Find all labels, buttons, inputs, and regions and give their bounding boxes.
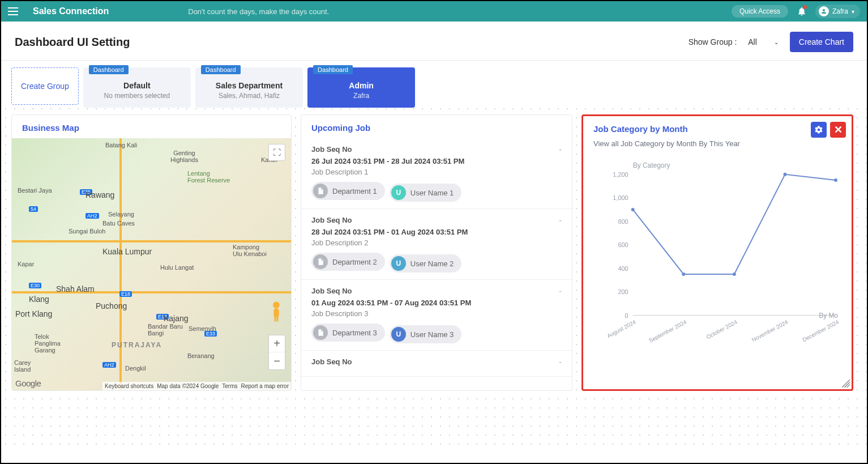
group-card[interactable]: DashboardAdminZafra bbox=[307, 67, 415, 108]
chevron-down-icon: ▾ bbox=[852, 8, 854, 15]
svg-text:By Mo: By Mo bbox=[819, 312, 838, 320]
user-menu[interactable]: Zafra ▾ bbox=[815, 5, 860, 18]
groups-row: Create Group DashboardDefaultNo members … bbox=[1, 61, 867, 108]
group-tag: Dashboard bbox=[201, 65, 241, 74]
show-group-value: All bbox=[748, 37, 757, 46]
svg-point-28 bbox=[783, 173, 786, 176]
panel-business-map: Business Map E35 54 AH2 E30 E18 E18 AH2 … bbox=[11, 114, 292, 391]
map-zoom-in-button[interactable]: + bbox=[269, 335, 285, 352]
user-chip[interactable]: UUser Name 1 bbox=[390, 184, 462, 202]
map-attribution: Keyboard shortcuts Map data ©2024 Google… bbox=[102, 382, 291, 390]
svg-rect-1 bbox=[273, 308, 279, 317]
job-seq-label: Job Seq No bbox=[311, 145, 562, 154]
svg-text:October 2024: October 2024 bbox=[705, 318, 738, 340]
job-collapse-icon[interactable]: - bbox=[559, 287, 562, 296]
department-chip[interactable]: Department 2 bbox=[311, 253, 385, 271]
svg-rect-5 bbox=[319, 192, 322, 193]
map-shortcuts-link[interactable]: Keyboard shortcuts bbox=[105, 383, 153, 389]
svg-text:1,000: 1,000 bbox=[613, 194, 628, 201]
map-zoom-control: + − bbox=[268, 335, 285, 370]
job-seq-label: Job Seq No bbox=[311, 216, 562, 224]
panel-job-category-chart: 4 ✕ Job Category by Month View all Job C… bbox=[581, 114, 853, 391]
chart-settings-button[interactable] bbox=[811, 122, 827, 138]
page-title: Dashboard UI Setting bbox=[15, 36, 130, 49]
job-item[interactable]: Job Seq No-26 Jul 2024 03:51 PM - 28 Jul… bbox=[301, 138, 572, 209]
hamburger-menu-icon[interactable] bbox=[8, 5, 22, 18]
chart-step-badge: 4 bbox=[581, 114, 582, 130]
notifications-bell-icon[interactable] bbox=[796, 6, 807, 17]
group-subtitle: Zafra bbox=[328, 92, 395, 100]
map-report-link[interactable]: Report a map error bbox=[241, 383, 289, 389]
line-chart: By Category02004006008001,0001,200August… bbox=[593, 157, 841, 367]
department-chip[interactable]: Department 3 bbox=[311, 323, 385, 342]
svg-rect-3 bbox=[277, 317, 279, 321]
quick-access-button[interactable]: Quick Access bbox=[732, 5, 788, 18]
svg-point-26 bbox=[682, 273, 685, 276]
map-zoom-out-button[interactable]: − bbox=[269, 352, 285, 369]
job-collapse-icon[interactable]: - bbox=[559, 357, 562, 367]
panel-upcoming-job: Upcoming Job Job Seq No-26 Jul 2024 03:5… bbox=[301, 114, 572, 391]
user-initial-icon: U bbox=[391, 256, 406, 271]
svg-text:400: 400 bbox=[618, 265, 628, 272]
document-icon bbox=[313, 184, 328, 198]
svg-text:800: 800 bbox=[618, 218, 628, 225]
dashboard-area: Business Map E35 54 AH2 E30 E18 E18 AH2 … bbox=[1, 108, 867, 452]
jobs-list: Job Seq No-26 Jul 2024 03:51 PM - 28 Jul… bbox=[301, 138, 572, 390]
brand-title: Sales Connection bbox=[33, 6, 109, 16]
job-seq-label: Job Seq No bbox=[311, 357, 562, 366]
department-chip[interactable]: Department 1 bbox=[311, 182, 385, 200]
panel-title: Upcoming Job bbox=[301, 115, 572, 138]
notification-dot bbox=[803, 5, 807, 9]
svg-rect-6 bbox=[319, 262, 322, 262]
map-pegman-icon[interactable] bbox=[268, 301, 284, 322]
svg-text:December 2024: December 2024 bbox=[801, 318, 840, 343]
job-description: Job Description 1 bbox=[311, 168, 562, 176]
job-collapse-icon[interactable]: - bbox=[559, 145, 562, 154]
panel-subtitle: View all Job Category by Month By This Y… bbox=[583, 139, 852, 151]
group-title: Default bbox=[104, 81, 170, 90]
svg-point-29 bbox=[834, 178, 837, 182]
job-item[interactable]: Job Seq No-01 Aug 2024 03:51 PM - 07 Aug… bbox=[301, 280, 572, 351]
user-avatar-icon bbox=[819, 6, 829, 16]
page-header: Dashboard UI Setting Show Group : All ⌄ … bbox=[1, 22, 867, 61]
svg-text:August 2024: August 2024 bbox=[606, 318, 637, 339]
svg-rect-4 bbox=[319, 191, 322, 191]
job-time: 01 Aug 2024 03:51 PM - 07 Aug 2024 03:51… bbox=[311, 299, 562, 307]
map-canvas[interactable]: E35 54 AH2 E30 E18 E18 AH2 E33 Batang Ka… bbox=[12, 138, 291, 390]
user-name: Zafra bbox=[832, 7, 848, 15]
svg-text:200: 200 bbox=[618, 288, 628, 295]
job-item[interactable]: Job Seq No-28 Jul 2024 03:51 PM - 01 Aug… bbox=[301, 209, 572, 280]
svg-point-27 bbox=[733, 273, 736, 276]
motto-text: Don't count the days, make the days coun… bbox=[188, 7, 329, 16]
group-card[interactable]: DashboardSales DepartmentSales, Ahmad, H… bbox=[195, 67, 303, 108]
group-title: Admin bbox=[328, 81, 395, 90]
resize-handle-icon[interactable] bbox=[842, 380, 850, 388]
topbar: Sales Connection Don't count the days, m… bbox=[1, 1, 867, 22]
job-seq-label: Job Seq No bbox=[311, 287, 562, 295]
group-tag: Dashboard bbox=[89, 65, 129, 74]
user-chip[interactable]: UUser Name 2 bbox=[390, 254, 462, 273]
user-initial-icon: U bbox=[391, 185, 406, 200]
job-item[interactable]: Job Seq No- bbox=[301, 351, 572, 377]
svg-text:0: 0 bbox=[625, 312, 628, 319]
job-time: 28 Jul 2024 03:51 PM - 01 Aug 2024 03:51… bbox=[311, 228, 562, 236]
group-tag: Dashboard bbox=[313, 65, 353, 74]
svg-text:September 2024: September 2024 bbox=[648, 318, 687, 343]
map-fullscreen-button[interactable]: ⛶ bbox=[268, 144, 285, 161]
document-icon bbox=[313, 325, 328, 340]
map-terms-link[interactable]: Terms bbox=[222, 383, 237, 389]
user-chip[interactable]: UUser Name 3 bbox=[390, 325, 462, 343]
svg-text:November 2024: November 2024 bbox=[751, 318, 789, 343]
show-group-dropdown[interactable]: All ⌄ bbox=[745, 35, 782, 49]
create-chart-button[interactable]: Create Chart bbox=[790, 32, 853, 52]
group-title: Sales Department bbox=[216, 81, 283, 90]
svg-point-25 bbox=[631, 208, 635, 211]
group-card[interactable]: DashboardDefaultNo members selected bbox=[83, 67, 191, 108]
svg-rect-8 bbox=[319, 333, 322, 333]
job-time: 26 Jul 2024 03:51 PM - 28 Jul 2024 03:51… bbox=[311, 157, 562, 165]
job-collapse-icon[interactable]: - bbox=[559, 216, 562, 225]
svg-rect-2 bbox=[275, 317, 276, 321]
chart-close-button[interactable]: ✕ bbox=[830, 122, 846, 138]
create-group-button[interactable]: Create Group bbox=[11, 67, 79, 105]
user-initial-icon: U bbox=[391, 327, 406, 342]
